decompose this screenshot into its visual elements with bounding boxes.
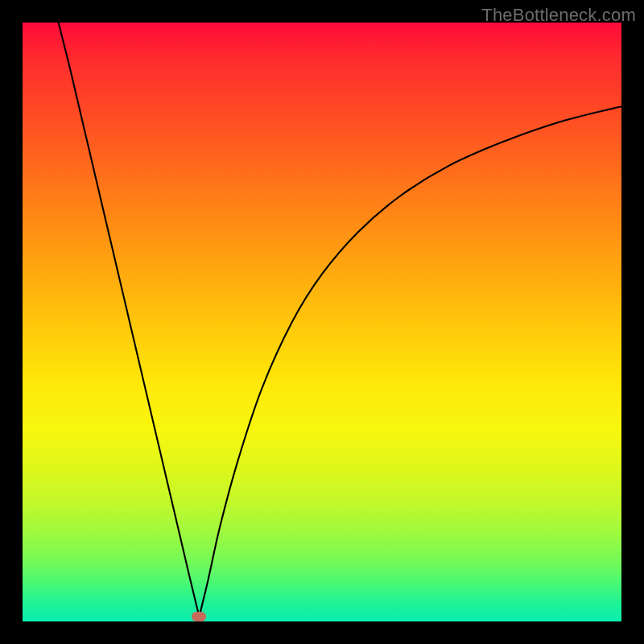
curve-right-branch xyxy=(199,106,621,617)
bottleneck-curve xyxy=(23,23,621,621)
plot-area xyxy=(23,23,621,621)
minimum-marker xyxy=(192,612,206,621)
chart-frame: TheBottleneck.com xyxy=(0,0,644,644)
curve-left-branch xyxy=(59,23,200,617)
